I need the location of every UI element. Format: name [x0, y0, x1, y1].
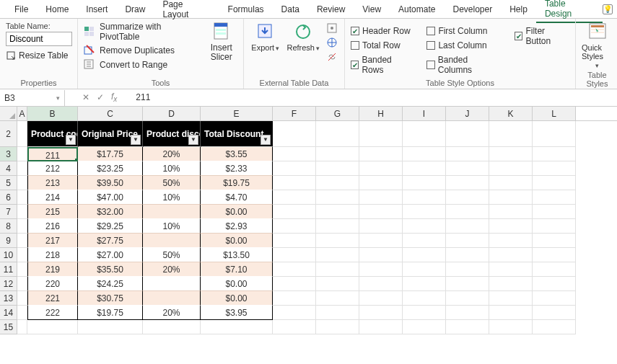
- cell[interactable]: [316, 147, 359, 161]
- cell[interactable]: [359, 147, 403, 161]
- tab-formulas[interactable]: Formulas: [219, 1, 273, 17]
- cell[interactable]: [489, 176, 533, 190]
- opt-banded-rows[interactable]: Banded Rows: [351, 55, 412, 75]
- table-cell[interactable]: $0.00: [201, 291, 273, 306]
- select-all-corner[interactable]: [0, 107, 17, 120]
- row-header[interactable]: 12: [0, 277, 17, 291]
- table-cell[interactable]: 10%: [143, 219, 201, 234]
- table-cell[interactable]: [143, 277, 201, 291]
- row-header[interactable]: 7: [0, 205, 17, 219]
- cell[interactable]: [446, 205, 489, 219]
- cell[interactable]: [273, 161, 316, 176]
- cell[interactable]: [316, 320, 359, 334]
- table-cell[interactable]: $17.75: [78, 147, 143, 161]
- table-cell[interactable]: 215: [27, 205, 78, 219]
- table-header[interactable]: Total Discount▼: [201, 121, 273, 147]
- cell[interactable]: [446, 248, 489, 262]
- refresh-button[interactable]: Refresh: [286, 22, 320, 52]
- row-header[interactable]: 5: [0, 176, 17, 190]
- tab-view[interactable]: View: [354, 1, 390, 17]
- cell[interactable]: [359, 248, 403, 262]
- cell[interactable]: [533, 147, 576, 161]
- cell[interactable]: [403, 190, 446, 205]
- tab-insert[interactable]: Insert: [77, 1, 116, 17]
- cell[interactable]: [78, 320, 143, 334]
- cell[interactable]: [489, 234, 533, 248]
- table-cell[interactable]: 213: [27, 176, 78, 190]
- column-header-K[interactable]: K: [489, 107, 533, 120]
- cell[interactable]: [143, 320, 201, 334]
- cell[interactable]: [489, 277, 533, 291]
- row-header[interactable]: 10: [0, 248, 17, 262]
- table-cell[interactable]: 10%: [143, 190, 201, 205]
- row-header[interactable]: 13: [0, 291, 17, 306]
- table-header[interactable]: Product code▼: [27, 121, 78, 147]
- tab-developer[interactable]: Developer: [444, 1, 501, 17]
- table-cell[interactable]: 211: [27, 147, 78, 161]
- filter-icon[interactable]: ▼: [188, 135, 198, 145]
- remove-duplicates-button[interactable]: Remove Duplicates: [84, 45, 200, 56]
- row-header[interactable]: 4: [0, 161, 17, 176]
- table-cell[interactable]: $19.75: [78, 306, 143, 320]
- cell[interactable]: [533, 161, 576, 176]
- cell[interactable]: [446, 190, 489, 205]
- insert-slicer-button[interactable]: Insert Slicer: [206, 22, 237, 62]
- table-cell[interactable]: $47.00: [78, 190, 143, 205]
- table-cell[interactable]: $39.50: [78, 176, 143, 190]
- cell[interactable]: [533, 320, 576, 334]
- cell[interactable]: [533, 306, 576, 320]
- cell[interactable]: [273, 277, 316, 291]
- cell[interactable]: [489, 306, 533, 320]
- table-cell[interactable]: 220: [27, 277, 78, 291]
- column-header-A[interactable]: A: [17, 107, 27, 120]
- cell[interactable]: [533, 176, 576, 190]
- table-cell[interactable]: $0.00: [201, 277, 273, 291]
- table-cell[interactable]: $7.10: [201, 262, 273, 277]
- table-cell[interactable]: 212: [27, 161, 78, 176]
- cell[interactable]: [446, 219, 489, 234]
- table-cell[interactable]: $19.75: [201, 176, 273, 190]
- table-header[interactable]: Product discount▼: [143, 121, 201, 147]
- properties-link-icon[interactable]: [325, 22, 338, 35]
- export-button[interactable]: Export: [250, 22, 281, 52]
- cell[interactable]: [316, 176, 359, 190]
- cell[interactable]: [359, 190, 403, 205]
- name-box[interactable]: B3▾: [0, 90, 65, 106]
- table-cell[interactable]: $30.75: [78, 291, 143, 306]
- cell[interactable]: [446, 320, 489, 334]
- cell[interactable]: [489, 205, 533, 219]
- table-cell[interactable]: [143, 205, 201, 219]
- row-header[interactable]: 2: [0, 121, 17, 147]
- table-cell[interactable]: 217: [27, 234, 78, 248]
- cell[interactable]: [273, 291, 316, 306]
- cell[interactable]: [273, 147, 316, 161]
- cell[interactable]: [316, 277, 359, 291]
- row-header[interactable]: 14: [0, 306, 17, 320]
- column-header-C[interactable]: C: [78, 107, 143, 120]
- cell[interactable]: [403, 306, 446, 320]
- cell[interactable]: [27, 320, 78, 334]
- filter-icon[interactable]: ▼: [261, 135, 271, 145]
- cell[interactable]: [446, 306, 489, 320]
- opt-total-row[interactable]: Total Row: [351, 40, 412, 50]
- cell[interactable]: [446, 176, 489, 190]
- cell[interactable]: [359, 176, 403, 190]
- cell[interactable]: [489, 161, 533, 176]
- column-header-G[interactable]: G: [316, 107, 359, 120]
- summarize-pivot-button[interactable]: Summarize with PivotTable: [84, 22, 200, 42]
- table-cell[interactable]: 218: [27, 248, 78, 262]
- table-cell[interactable]: 50%: [143, 176, 201, 190]
- cell[interactable]: [273, 320, 316, 334]
- row-header[interactable]: 9: [0, 234, 17, 248]
- tab-review[interactable]: Review: [308, 1, 354, 17]
- table-cell[interactable]: 221: [27, 291, 78, 306]
- filter-icon[interactable]: ▼: [131, 135, 141, 145]
- cancel-icon[interactable]: ✕: [82, 92, 89, 102]
- tell-me-icon[interactable]: 💡: [603, 4, 613, 14]
- cell[interactable]: [403, 234, 446, 248]
- cell[interactable]: [316, 219, 359, 234]
- cell[interactable]: [359, 205, 403, 219]
- cell[interactable]: [446, 147, 489, 161]
- cell[interactable]: [446, 234, 489, 248]
- table-cell[interactable]: $23.25: [78, 161, 143, 176]
